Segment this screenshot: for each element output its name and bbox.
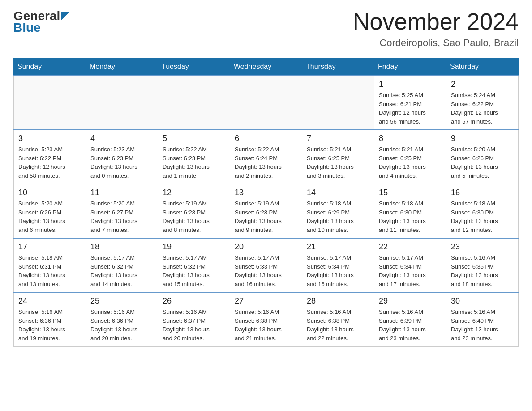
day-info: Sunrise: 5:23 AMSunset: 6:23 PMDaylight:… (90, 145, 153, 180)
day-number: 29 (379, 296, 442, 306)
calendar-cell: 4Sunrise: 5:23 AMSunset: 6:23 PMDaylight… (86, 130, 158, 184)
calendar-cell (302, 76, 374, 130)
day-number: 27 (235, 296, 297, 306)
calendar-cell: 22Sunrise: 5:17 AMSunset: 6:34 PMDayligh… (374, 238, 446, 292)
location-text: Cordeiropolis, Sao Paulo, Brazil (353, 37, 519, 49)
calendar-cell: 21Sunrise: 5:17 AMSunset: 6:34 PMDayligh… (302, 238, 374, 292)
day-info: Sunrise: 5:16 AMSunset: 6:38 PMDaylight:… (307, 308, 369, 342)
weekday-header-monday: Monday (86, 58, 158, 76)
day-info: Sunrise: 5:19 AMSunset: 6:28 PMDaylight:… (235, 199, 297, 234)
day-info: Sunrise: 5:18 AMSunset: 6:29 PMDaylight:… (307, 199, 369, 234)
day-number: 2 (451, 80, 514, 89)
calendar-cell: 29Sunrise: 5:16 AMSunset: 6:39 PMDayligh… (374, 292, 446, 347)
day-info: Sunrise: 5:20 AMSunset: 6:27 PMDaylight:… (90, 199, 153, 234)
calendar-table: SundayMondayTuesdayWednesdayThursdayFrid… (13, 58, 519, 347)
day-info: Sunrise: 5:16 AMSunset: 6:39 PMDaylight:… (379, 308, 442, 342)
day-number: 25 (90, 296, 153, 306)
day-number: 7 (307, 134, 369, 143)
day-info: Sunrise: 5:20 AMSunset: 6:26 PMDaylight:… (18, 199, 81, 234)
calendar-cell: 9Sunrise: 5:20 AMSunset: 6:26 PMDaylight… (446, 130, 519, 184)
day-info: Sunrise: 5:23 AMSunset: 6:22 PMDaylight:… (18, 145, 81, 180)
calendar-cell: 3Sunrise: 5:23 AMSunset: 6:22 PMDaylight… (14, 130, 86, 184)
day-info: Sunrise: 5:22 AMSunset: 6:24 PMDaylight:… (235, 145, 297, 180)
calendar-cell: 15Sunrise: 5:18 AMSunset: 6:30 PMDayligh… (374, 184, 446, 238)
svg-marker-0 (61, 12, 69, 20)
weekday-header-saturday: Saturday (446, 58, 519, 76)
calendar-cell: 14Sunrise: 5:18 AMSunset: 6:29 PMDayligh… (302, 184, 374, 238)
day-info: Sunrise: 5:25 AMSunset: 6:21 PMDaylight:… (379, 91, 442, 126)
calendar-week-3: 10Sunrise: 5:20 AMSunset: 6:26 PMDayligh… (14, 184, 519, 238)
day-number: 5 (163, 134, 225, 143)
calendar-cell: 19Sunrise: 5:17 AMSunset: 6:32 PMDayligh… (158, 238, 230, 292)
day-number: 13 (235, 188, 297, 197)
calendar-cell (14, 76, 86, 130)
day-number: 3 (18, 134, 81, 143)
calendar-cell: 25Sunrise: 5:16 AMSunset: 6:36 PMDayligh… (86, 292, 158, 347)
day-number: 8 (379, 134, 442, 143)
day-number: 30 (451, 296, 514, 306)
calendar-cell: 18Sunrise: 5:17 AMSunset: 6:32 PMDayligh… (86, 238, 158, 292)
day-info: Sunrise: 5:21 AMSunset: 6:25 PMDaylight:… (307, 145, 369, 180)
page-header: General Blue November 2024 Cordeiropolis… (13, 9, 519, 49)
logo: General Blue (13, 9, 69, 35)
day-info: Sunrise: 5:17 AMSunset: 6:32 PMDaylight:… (90, 253, 153, 288)
weekday-header-friday: Friday (374, 58, 446, 76)
weekday-header-thursday: Thursday (302, 58, 374, 76)
calendar-cell: 2Sunrise: 5:24 AMSunset: 6:22 PMDaylight… (446, 76, 519, 130)
calendar-week-4: 17Sunrise: 5:18 AMSunset: 6:31 PMDayligh… (14, 238, 519, 292)
calendar-cell: 11Sunrise: 5:20 AMSunset: 6:27 PMDayligh… (86, 184, 158, 238)
calendar-cell: 10Sunrise: 5:20 AMSunset: 6:26 PMDayligh… (14, 184, 86, 238)
day-number: 18 (90, 242, 153, 252)
weekday-header-tuesday: Tuesday (158, 58, 230, 76)
calendar-cell: 28Sunrise: 5:16 AMSunset: 6:38 PMDayligh… (302, 292, 374, 347)
day-number: 14 (307, 188, 369, 197)
day-info: Sunrise: 5:16 AMSunset: 6:36 PMDaylight:… (18, 308, 81, 342)
calendar-cell: 24Sunrise: 5:16 AMSunset: 6:36 PMDayligh… (14, 292, 86, 347)
calendar-cell: 23Sunrise: 5:16 AMSunset: 6:35 PMDayligh… (446, 238, 519, 292)
month-title: November 2024 (353, 9, 519, 34)
day-info: Sunrise: 5:17 AMSunset: 6:32 PMDaylight:… (163, 253, 225, 288)
weekday-header-row: SundayMondayTuesdayWednesdayThursdayFrid… (14, 58, 519, 76)
weekday-header-sunday: Sunday (14, 58, 86, 76)
day-number: 12 (163, 188, 225, 197)
day-number: 24 (18, 296, 81, 306)
calendar-week-2: 3Sunrise: 5:23 AMSunset: 6:22 PMDaylight… (14, 130, 519, 184)
weekday-header-wednesday: Wednesday (230, 58, 302, 76)
day-number: 21 (307, 242, 369, 252)
day-number: 28 (307, 296, 369, 306)
day-number: 9 (451, 134, 514, 143)
day-number: 17 (18, 242, 81, 252)
calendar-cell: 17Sunrise: 5:18 AMSunset: 6:31 PMDayligh… (14, 238, 86, 292)
day-info: Sunrise: 5:19 AMSunset: 6:28 PMDaylight:… (163, 199, 225, 234)
day-number: 15 (379, 188, 442, 197)
logo-blue-text: Blue (13, 21, 41, 35)
calendar-cell: 13Sunrise: 5:19 AMSunset: 6:28 PMDayligh… (230, 184, 302, 238)
day-info: Sunrise: 5:22 AMSunset: 6:23 PMDaylight:… (163, 145, 225, 180)
day-info: Sunrise: 5:24 AMSunset: 6:22 PMDaylight:… (451, 91, 514, 126)
day-info: Sunrise: 5:17 AMSunset: 6:33 PMDaylight:… (235, 253, 297, 288)
day-info: Sunrise: 5:16 AMSunset: 6:40 PMDaylight:… (451, 308, 514, 342)
calendar-week-5: 24Sunrise: 5:16 AMSunset: 6:36 PMDayligh… (14, 292, 519, 347)
calendar-cell: 5Sunrise: 5:22 AMSunset: 6:23 PMDaylight… (158, 130, 230, 184)
day-number: 10 (18, 188, 81, 197)
day-info: Sunrise: 5:17 AMSunset: 6:34 PMDaylight:… (379, 253, 442, 288)
day-number: 4 (90, 134, 153, 143)
logo-arrow-icon (61, 12, 69, 22)
day-info: Sunrise: 5:18 AMSunset: 6:30 PMDaylight:… (451, 199, 514, 234)
day-info: Sunrise: 5:16 AMSunset: 6:37 PMDaylight:… (163, 308, 225, 342)
calendar-week-1: 1Sunrise: 5:25 AMSunset: 6:21 PMDaylight… (14, 76, 519, 130)
day-info: Sunrise: 5:18 AMSunset: 6:31 PMDaylight:… (18, 253, 81, 288)
day-number: 20 (235, 242, 297, 252)
calendar-cell: 6Sunrise: 5:22 AMSunset: 6:24 PMDaylight… (230, 130, 302, 184)
day-info: Sunrise: 5:16 AMSunset: 6:35 PMDaylight:… (451, 253, 514, 288)
calendar-header: SundayMondayTuesdayWednesdayThursdayFrid… (14, 58, 519, 76)
day-number: 19 (163, 242, 225, 252)
calendar-cell (86, 76, 158, 130)
day-number: 1 (379, 80, 442, 89)
day-info: Sunrise: 5:21 AMSunset: 6:25 PMDaylight:… (379, 145, 442, 180)
calendar-cell: 16Sunrise: 5:18 AMSunset: 6:30 PMDayligh… (446, 184, 519, 238)
calendar-body: 1Sunrise: 5:25 AMSunset: 6:21 PMDaylight… (14, 76, 519, 347)
day-info: Sunrise: 5:20 AMSunset: 6:26 PMDaylight:… (451, 145, 514, 180)
calendar-cell: 30Sunrise: 5:16 AMSunset: 6:40 PMDayligh… (446, 292, 519, 347)
day-number: 11 (90, 188, 153, 197)
